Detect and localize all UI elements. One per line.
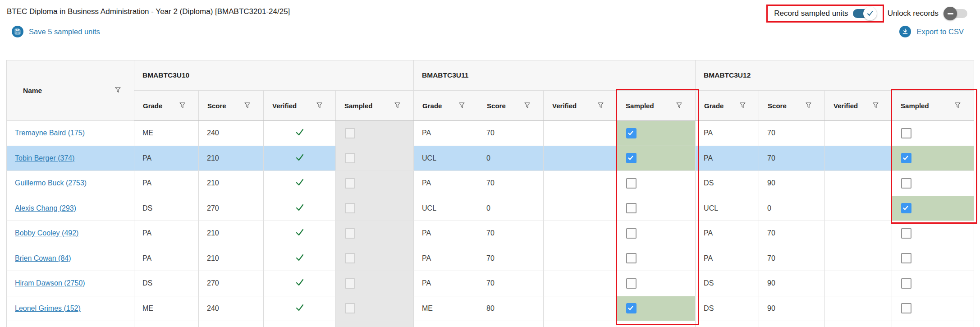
sampled-checkbox[interactable] bbox=[626, 203, 637, 213]
grade-cell bbox=[414, 321, 478, 327]
grade-cell: DS bbox=[696, 271, 759, 296]
sampled-checkbox[interactable] bbox=[901, 128, 911, 138]
grade-cell: UCL bbox=[414, 146, 478, 171]
export-to-csv-link[interactable]: Export to CSV bbox=[916, 28, 964, 36]
filter-funnel-icon[interactable] bbox=[244, 102, 250, 110]
filter-funnel-icon[interactable] bbox=[524, 102, 530, 110]
sampled-cell bbox=[892, 171, 974, 196]
sampled-cell bbox=[892, 246, 974, 271]
verified-cell bbox=[264, 271, 336, 296]
score-cell: 70 bbox=[759, 121, 825, 146]
download-icon[interactable] bbox=[899, 26, 911, 37]
green-check-icon bbox=[295, 227, 305, 237]
sampled-checkbox[interactable] bbox=[901, 203, 911, 213]
sampled-cell bbox=[617, 146, 696, 171]
student-link[interactable]: Tremayne Baird (175) bbox=[15, 129, 85, 137]
grade-cell: UCL bbox=[696, 196, 759, 221]
unit-group-header-row: Name BMABTC3U10 BMABTC3U11 BMABTC3U12 bbox=[7, 60, 974, 91]
sampled-checkbox[interactable] bbox=[626, 178, 637, 189]
filter-funnel-icon[interactable] bbox=[955, 102, 961, 110]
verified-cell bbox=[825, 271, 892, 296]
score-cell: 90 bbox=[759, 271, 825, 296]
student-link[interactable]: Alexis Chang (293) bbox=[15, 204, 76, 212]
score-cell: 210 bbox=[199, 171, 264, 196]
filter-funnel-icon[interactable] bbox=[740, 102, 746, 110]
save-sampled-units-link[interactable]: Save 5 sampled units bbox=[29, 28, 100, 36]
sampled-checkbox[interactable] bbox=[626, 153, 637, 163]
score-column-header: Score bbox=[199, 91, 264, 121]
score-cell: 0 bbox=[759, 196, 825, 221]
table-row: Brien Cowan (84) PA 210 PA 70 PA 70 bbox=[7, 246, 974, 271]
grade-cell: PA bbox=[696, 146, 759, 171]
course-sampling-page: BTEC Diploma in Business Administration … bbox=[0, 0, 980, 327]
student-link[interactable]: Brien Cowan (84) bbox=[15, 254, 71, 262]
export-row: Export to CSV bbox=[899, 26, 964, 37]
verified-cell bbox=[544, 296, 617, 321]
score-cell: 270 bbox=[199, 196, 264, 221]
sampled-checkbox[interactable] bbox=[901, 228, 911, 239]
filter-funnel-icon[interactable] bbox=[598, 102, 604, 110]
minus-icon bbox=[943, 7, 957, 20]
filter-funnel-icon[interactable] bbox=[873, 102, 879, 110]
green-check-icon bbox=[295, 303, 305, 313]
student-link[interactable]: Guillermo Buck (2753) bbox=[15, 179, 87, 187]
table-row: Leonel Grimes (152) ME 240 ME 80 DS 90 bbox=[7, 296, 974, 321]
sampled-checkbox[interactable] bbox=[901, 303, 911, 313]
score-cell: 210 bbox=[199, 146, 264, 171]
unlock-records-toggle[interactable] bbox=[947, 9, 967, 18]
sampled-checkbox[interactable] bbox=[626, 128, 637, 138]
sampled-column-header: Sampled bbox=[617, 91, 696, 121]
sampled-cell bbox=[617, 321, 696, 327]
student-link[interactable]: Tobin Berger (374) bbox=[15, 154, 75, 162]
sampled-checkbox[interactable] bbox=[626, 303, 637, 313]
grade-cell: PA bbox=[414, 171, 478, 196]
sampled-checkbox[interactable] bbox=[901, 153, 911, 163]
sampled-checkbox[interactable] bbox=[626, 253, 637, 263]
save-row: Save 5 sampled units bbox=[12, 26, 100, 37]
save-icon[interactable] bbox=[12, 26, 23, 37]
sampled-cell bbox=[336, 221, 414, 246]
score-cell: 70 bbox=[759, 221, 825, 246]
filter-funnel-icon[interactable] bbox=[316, 102, 322, 110]
sampled-cell bbox=[617, 196, 696, 221]
grade-column-header: Grade bbox=[414, 91, 478, 121]
sampled-cell bbox=[892, 221, 974, 246]
score-cell: 80 bbox=[478, 296, 544, 321]
filter-funnel-icon[interactable] bbox=[394, 102, 400, 110]
sampled-cell bbox=[892, 296, 974, 321]
sampled-checkbox[interactable] bbox=[901, 278, 911, 289]
grade-cell: PA bbox=[134, 221, 199, 246]
verified-cell bbox=[544, 196, 617, 221]
green-check-icon bbox=[295, 127, 305, 137]
student-link[interactable]: Bobby Cooley (492) bbox=[15, 229, 78, 237]
filter-funnel-icon[interactable] bbox=[676, 102, 682, 110]
grade-cell: ME bbox=[134, 296, 199, 321]
student-link[interactable]: Hiram Dawson (2750) bbox=[15, 279, 85, 287]
sampled-checkbox bbox=[345, 278, 355, 289]
sampled-checkbox[interactable] bbox=[626, 228, 637, 239]
verified-cell bbox=[825, 221, 892, 246]
filter-funnel-icon[interactable] bbox=[459, 102, 465, 110]
record-sampled-units-toggle[interactable] bbox=[853, 9, 874, 18]
score-cell: 70 bbox=[478, 221, 544, 246]
filter-funnel-icon[interactable] bbox=[115, 87, 121, 95]
sampled-cell bbox=[617, 271, 696, 296]
student-link[interactable]: Leonel Grimes (152) bbox=[15, 304, 81, 312]
grade-cell: PA bbox=[414, 121, 478, 146]
sampled-checkbox[interactable] bbox=[901, 253, 911, 263]
sampled-cell bbox=[617, 246, 696, 271]
verified-column-header: Verified bbox=[544, 91, 617, 121]
sampled-cell bbox=[336, 146, 414, 171]
sampled-cell bbox=[892, 271, 974, 296]
sampling-grid: Name BMABTC3U10 BMABTC3U11 BMABTC3U12 Gr… bbox=[6, 60, 974, 327]
sampled-checkbox[interactable] bbox=[626, 278, 637, 289]
verified-cell bbox=[544, 271, 617, 296]
sampled-column-header: Sampled bbox=[892, 91, 974, 121]
filter-funnel-icon[interactable] bbox=[179, 102, 185, 110]
filter-funnel-icon[interactable] bbox=[806, 102, 811, 110]
verified-cell bbox=[544, 221, 617, 246]
verified-cell bbox=[264, 296, 336, 321]
sampled-cell bbox=[617, 296, 696, 321]
verified-cell bbox=[264, 321, 336, 327]
sampled-checkbox[interactable] bbox=[901, 178, 911, 189]
